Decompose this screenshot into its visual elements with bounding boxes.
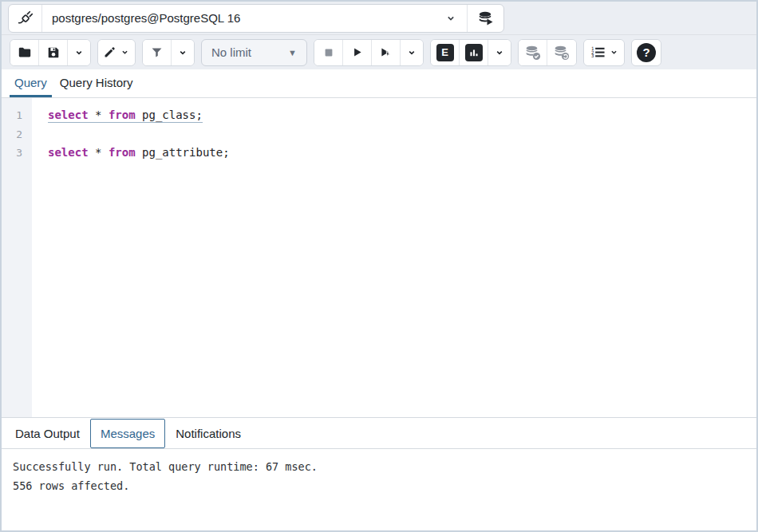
code-line-3: select * from pg_attribute; — [48, 144, 756, 163]
header: postgres/postgres@PostgreSQL 16 — [2, 2, 756, 69]
execute-to-cursor-button[interactable] — [372, 40, 401, 65]
rollback-button[interactable] — [547, 40, 576, 65]
macros-group: 1 2 3 — [583, 39, 625, 66]
folder-icon — [18, 45, 32, 60]
filter-options-chevron[interactable] — [172, 40, 194, 65]
query-tool-window: postgres/postgres@PostgreSQL 16 — [0, 0, 758, 532]
executed-statement: select * from pg_class; — [48, 108, 203, 123]
execute-options-chevron[interactable] — [401, 40, 423, 65]
caret-down-icon: ▼ — [288, 48, 297, 57]
ordered-list-icon: 1 2 3 — [589, 45, 606, 60]
statement: select * from pg_attribute; — [48, 146, 230, 159]
row-limit-value: No limit — [211, 45, 288, 59]
chevron-down-icon — [406, 47, 417, 58]
message-line: Successfully run. Total query runtime: 6… — [13, 457, 745, 476]
help-group: ? — [631, 39, 661, 66]
execute-group — [314, 39, 424, 66]
help-button[interactable]: ? — [632, 40, 661, 65]
floppy-icon — [46, 45, 61, 60]
bar-chart-icon — [465, 44, 483, 61]
message-line: 556 rows affected. — [13, 476, 745, 495]
line-number-gutter: 1 2 3 — [2, 98, 32, 417]
pencil-icon — [103, 45, 116, 59]
execute-button[interactable] — [343, 40, 372, 65]
database-arrow-icon — [477, 10, 495, 27]
commit-button[interactable] — [519, 40, 547, 65]
explain-badge: E — [436, 44, 454, 61]
database-check-icon — [524, 44, 542, 61]
filter-button[interactable] — [143, 40, 172, 65]
explain-group: E — [430, 39, 511, 66]
edit-menu-button[interactable] — [98, 40, 135, 65]
stop-button[interactable] — [314, 40, 343, 65]
connection-select[interactable]: postgres/postgres@PostgreSQL 16 — [42, 5, 467, 32]
open-file-button[interactable] — [10, 40, 39, 65]
chevron-down-icon — [609, 47, 619, 57]
code-line-1: select * from pg_class; — [48, 106, 756, 125]
save-options-chevron[interactable] — [68, 40, 90, 65]
toolbar: No limit ▼ — [2, 35, 756, 69]
tab-data-output[interactable]: Data Output — [5, 419, 90, 448]
messages-panel: Successfully run. Total query runtime: 6… — [2, 449, 756, 530]
transaction-group — [518, 39, 577, 66]
question-icon: ? — [637, 43, 656, 62]
play-cursor-icon — [379, 45, 393, 59]
code-line-2 — [48, 125, 756, 144]
funnel-icon — [150, 45, 164, 59]
tab-query-history[interactable]: Query History — [55, 69, 138, 97]
tab-query[interactable]: Query — [10, 69, 52, 97]
file-group — [10, 39, 91, 66]
result-tabbar: Data Output Messages Notifications — [2, 417, 756, 449]
save-button[interactable] — [39, 40, 68, 65]
chevron-down-icon — [177, 47, 188, 58]
line-number: 2 — [2, 125, 32, 144]
line-number: 1 — [2, 106, 32, 125]
play-icon — [350, 45, 364, 59]
svg-text:3: 3 — [591, 53, 594, 58]
explain-options-chevron[interactable] — [488, 40, 511, 65]
chevron-down-icon — [120, 47, 130, 57]
tab-notifications[interactable]: Notifications — [165, 419, 251, 448]
stop-icon — [322, 46, 335, 59]
chevron-down-icon — [73, 47, 85, 58]
code-area[interactable]: select * from pg_class; select * from pg… — [32, 98, 756, 417]
main-tabbar: Query Query History — [2, 69, 756, 98]
macros-button[interactable]: 1 2 3 — [584, 40, 624, 65]
database-undo-icon — [553, 44, 570, 61]
tab-messages[interactable]: Messages — [90, 419, 165, 448]
explain-analyze-button[interactable] — [460, 40, 488, 65]
connection-row: postgres/postgres@PostgreSQL 16 — [2, 2, 756, 35]
explain-button[interactable]: E — [431, 40, 460, 65]
chevron-down-icon — [494, 47, 505, 58]
connection-box: postgres/postgres@PostgreSQL 16 — [8, 4, 504, 33]
plug-icon — [9, 5, 42, 32]
line-number: 3 — [2, 144, 32, 163]
new-connection-button[interactable] — [467, 5, 503, 32]
sql-editor[interactable]: 1 2 3 select * from pg_class; select * f… — [2, 98, 756, 417]
row-limit-select[interactable]: No limit ▼ — [201, 39, 307, 66]
chevron-down-icon — [444, 12, 457, 25]
filter-group — [142, 39, 195, 66]
connection-value: postgres/postgres@PostgreSQL 16 — [52, 11, 444, 25]
edit-group — [97, 39, 136, 66]
